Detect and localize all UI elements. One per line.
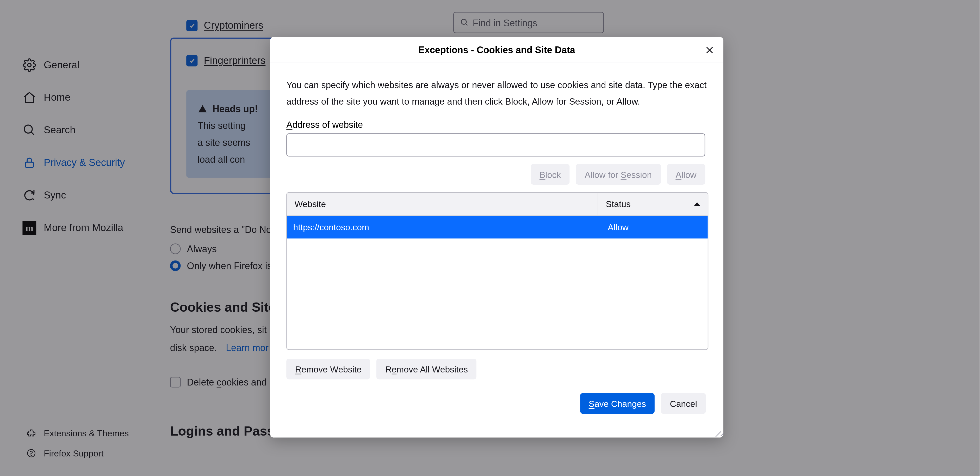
remove-all-button[interactable]: Remove All Websites bbox=[377, 359, 477, 380]
block-button[interactable]: Block bbox=[531, 164, 570, 185]
col-status[interactable]: Status bbox=[598, 193, 708, 216]
row-website: https://contoso.com bbox=[287, 222, 603, 232]
allow-button[interactable]: Allow bbox=[667, 164, 705, 185]
close-button[interactable] bbox=[702, 43, 717, 58]
remove-website-button[interactable]: Remove Website bbox=[286, 359, 370, 380]
dialog-title: Exceptions - Cookies and Site Data bbox=[418, 44, 575, 55]
table-header: Website Status bbox=[287, 193, 708, 216]
close-icon bbox=[705, 45, 714, 55]
table-row[interactable]: https://contoso.com Allow bbox=[287, 216, 708, 238]
row-status: Allow bbox=[603, 222, 708, 232]
exceptions-dialog: Exceptions - Cookies and Site Data You c… bbox=[270, 37, 724, 438]
address-label: Address of website bbox=[286, 120, 707, 129]
exceptions-table: Website Status https://contoso.com Allow bbox=[286, 192, 708, 350]
cancel-button[interactable]: Cancel bbox=[661, 393, 706, 414]
dialog-header: Exceptions - Cookies and Site Data bbox=[270, 37, 724, 63]
col-website[interactable]: Website bbox=[287, 193, 598, 216]
sort-asc-icon bbox=[694, 203, 700, 206]
allow-session-button[interactable]: Allow for Session bbox=[576, 164, 661, 185]
address-input[interactable] bbox=[286, 134, 705, 157]
dialog-description: You can specify which websites are alway… bbox=[286, 77, 707, 110]
save-changes-button[interactable]: Save Changes bbox=[580, 393, 655, 414]
resize-handle[interactable] bbox=[713, 428, 722, 436]
